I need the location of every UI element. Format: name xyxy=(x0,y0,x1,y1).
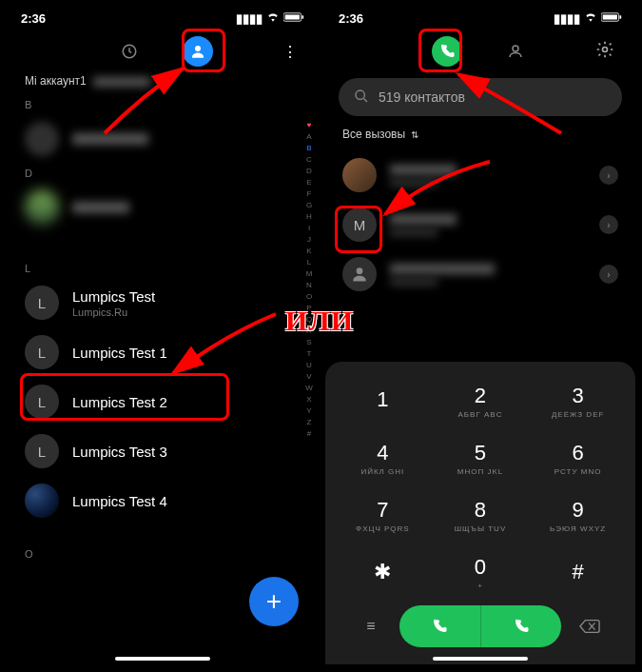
status-icons: ▮▮▮▮ xyxy=(236,10,304,27)
contact-row-lumpics-test-1[interactable]: L Lumpics Test 1 xyxy=(8,327,318,377)
index-favorites-icon[interactable]: ♥ xyxy=(307,120,312,131)
status-time: 2:36 xyxy=(339,11,363,26)
wifi-icon xyxy=(266,10,280,27)
status-bar: 2:36 ▮▮▮▮ xyxy=(8,6,318,30)
tab-row: ⋮ xyxy=(8,30,318,72)
key-star[interactable]: ✱ xyxy=(335,544,431,600)
filter-all-calls[interactable]: Все вызовы ⇅ xyxy=(325,124,635,150)
contact-name: Lumpics Test 2 xyxy=(72,394,301,410)
avatar xyxy=(25,122,59,156)
add-contact-fab[interactable]: + xyxy=(249,577,299,626)
call-sim1[interactable] xyxy=(399,605,481,647)
contact-row-lumpics-test-3[interactable]: L Lumpics Test 3 xyxy=(8,426,318,476)
tab-recents[interactable] xyxy=(114,36,145,67)
tab-dialer[interactable] xyxy=(432,36,462,67)
call-sim2[interactable] xyxy=(481,605,562,647)
account-label[interactable]: Mi аккаунт1 xyxy=(8,72,318,95)
contact-sub: Lumpics.Ru xyxy=(72,306,301,318)
key-2[interactable]: 2АБВГ ABC xyxy=(433,373,529,428)
key-6[interactable]: 6РСТУ MNO xyxy=(530,430,626,485)
call-row[interactable]: › xyxy=(325,150,635,200)
avatar: L xyxy=(25,434,59,468)
key-0[interactable]: 0+ xyxy=(433,544,529,600)
contact-row-lumpics-test-2[interactable]: L Lumpics Test 2 xyxy=(8,377,318,426)
tab-row xyxy=(325,30,635,72)
contact-row[interactable] xyxy=(8,114,318,164)
key-hash[interactable]: # xyxy=(530,544,626,600)
key-5[interactable]: 5МНОП JKL xyxy=(433,430,529,485)
svg-point-8 xyxy=(513,46,518,51)
contact-row[interactable] xyxy=(8,183,318,232)
avatar: L xyxy=(25,286,59,320)
status-bar: 2:36 ▮▮▮▮ xyxy=(325,6,635,30)
avatar: L xyxy=(25,385,59,419)
svg-rect-6 xyxy=(603,14,617,19)
nav-indicator[interactable] xyxy=(115,657,210,661)
contact-name: Lumpics Test 3 xyxy=(72,444,301,460)
backspace-icon[interactable] xyxy=(561,619,618,634)
key-1[interactable]: 1 xyxy=(335,373,431,428)
avatar xyxy=(25,190,59,225)
svg-point-11 xyxy=(357,267,363,274)
key-4[interactable]: 4ИЙКЛ GHI xyxy=(335,430,431,485)
tab-contacts[interactable] xyxy=(500,36,531,67)
key-8[interactable]: 8ШЩЪЫ TUV xyxy=(433,487,529,543)
chevron-right-icon[interactable]: › xyxy=(599,166,618,185)
contact-row-lumpics-test[interactable]: L Lumpics Test Lumpics.Ru xyxy=(8,278,318,327)
svg-point-10 xyxy=(356,90,364,99)
az-index[interactable]: ♥ ABCDEFGHIJKLMNOPQRSTUVWXYZ# xyxy=(302,120,316,440)
call-button[interactable] xyxy=(399,605,561,647)
nav-indicator[interactable] xyxy=(433,657,528,661)
battery-icon xyxy=(601,11,622,26)
status-icons: ▮▮▮▮ xyxy=(554,10,622,27)
svg-rect-2 xyxy=(302,15,303,18)
contact-row-lumpics-test-4[interactable]: Lumpics Test 4 xyxy=(8,476,318,525)
chevron-updown-icon: ⇅ xyxy=(411,129,418,140)
search-field[interactable]: 519 контактов xyxy=(339,78,622,116)
section-L: L xyxy=(8,259,318,278)
chevron-right-icon[interactable]: › xyxy=(599,215,618,234)
dialer-screen: 2:36 ▮▮▮▮ 519 контак xyxy=(325,6,635,664)
menu-icon[interactable]: ⋮ xyxy=(278,43,301,61)
avatar xyxy=(25,484,59,518)
avatar xyxy=(342,158,377,192)
battery-icon xyxy=(283,11,304,26)
call-row[interactable]: › xyxy=(325,249,635,299)
svg-rect-1 xyxy=(285,14,300,19)
plus-icon: + xyxy=(266,586,282,617)
dialpad: 1 2АБВГ ABC 3ДЕЁЖЗ DEF 4ИЙКЛ GHI 5МНОП J… xyxy=(325,362,635,664)
svg-rect-7 xyxy=(619,15,621,18)
avatar: M xyxy=(342,208,377,242)
svg-point-9 xyxy=(603,48,608,52)
key-7[interactable]: 7ФХЦЧ PQRS xyxy=(335,487,431,543)
avatar xyxy=(342,257,377,291)
section-B: B xyxy=(8,95,318,114)
section-O: O xyxy=(8,544,318,563)
contact-name: Lumpics Test xyxy=(72,288,301,305)
avatar: L xyxy=(25,335,59,369)
tab-contacts[interactable] xyxy=(183,36,213,67)
key-3[interactable]: 3ДЕЁЖЗ DEF xyxy=(530,373,626,428)
contact-name: Lumpics Test 1 xyxy=(72,345,301,361)
call-row-m[interactable]: M › xyxy=(325,200,635,249)
wifi-icon xyxy=(584,10,597,27)
section-D: D xyxy=(8,164,318,183)
chevron-right-icon[interactable]: › xyxy=(599,265,618,284)
settings-icon[interactable] xyxy=(595,40,618,63)
dialpad-menu-icon[interactable]: ≡ xyxy=(342,618,399,635)
status-time: 2:36 xyxy=(21,11,46,26)
search-text: 519 контактов xyxy=(379,89,465,105)
signal-icon: ▮▮▮▮ xyxy=(554,11,580,26)
contact-name: Lumpics Test 4 xyxy=(72,493,301,509)
contacts-screen: 2:36 ▮▮▮▮ ⋮ Mi аккаунт1 B xyxy=(8,6,318,664)
svg-point-4 xyxy=(195,46,201,51)
search-icon xyxy=(354,89,369,107)
signal-icon: ▮▮▮▮ xyxy=(236,11,263,26)
key-9[interactable]: 9ЬЭЮЯ WXYZ xyxy=(530,487,626,543)
